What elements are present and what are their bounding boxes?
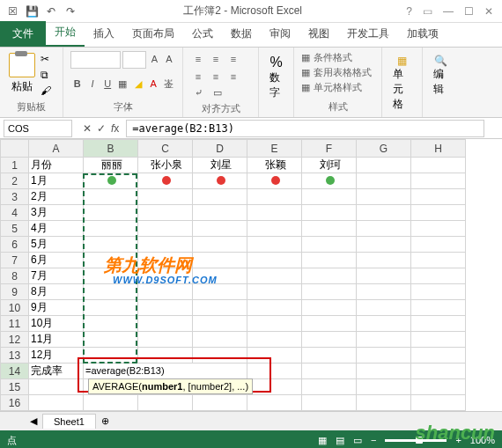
cell[interactable] <box>411 348 466 364</box>
cell[interactable] <box>138 316 193 332</box>
cell[interactable] <box>247 253 302 268</box>
row-header[interactable]: 4 <box>1 205 29 221</box>
cell[interactable] <box>411 253 466 268</box>
cell[interactable] <box>302 205 357 221</box>
number-format-button[interactable]: % 数字 <box>266 51 286 104</box>
cell[interactable] <box>302 300 357 316</box>
cell[interactable] <box>84 189 138 205</box>
tab-formulas[interactable]: 公式 <box>183 21 222 47</box>
cell[interactable] <box>302 284 357 300</box>
align-middle-icon[interactable]: ≡ <box>208 51 224 67</box>
cell[interactable] <box>357 395 411 411</box>
cell[interactable] <box>357 348 411 364</box>
cell[interactable] <box>193 316 247 332</box>
prev-sheet-icon[interactable]: ◀ <box>30 415 37 427</box>
row-header[interactable]: 15 <box>1 379 29 395</box>
copy-icon[interactable]: ⧉ <box>41 69 51 81</box>
cell[interactable] <box>357 158 411 173</box>
tab-pagelayout[interactable]: 页面布局 <box>123 21 183 47</box>
page-break-icon[interactable]: ▭ <box>353 435 362 446</box>
cell[interactable] <box>138 395 193 411</box>
tab-review[interactable]: 审阅 <box>261 21 299 47</box>
cell[interactable] <box>247 316 302 332</box>
row-header[interactable]: 1 <box>1 158 29 173</box>
col-header[interactable]: C <box>138 140 193 158</box>
cell[interactable] <box>247 395 302 411</box>
cell[interactable] <box>357 268 411 284</box>
cell[interactable] <box>193 173 247 189</box>
underline-icon[interactable]: U <box>101 76 114 92</box>
cell[interactable]: 1月 <box>29 173 84 189</box>
maximize-icon[interactable]: ☐ <box>464 5 474 18</box>
cell[interactable] <box>302 221 357 237</box>
row-header[interactable]: 10 <box>1 300 29 316</box>
cell[interactable] <box>411 284 466 300</box>
cell[interactable] <box>138 221 193 237</box>
cell[interactable] <box>302 253 357 268</box>
save-icon[interactable]: 💾 <box>23 3 41 20</box>
cell[interactable] <box>138 284 193 300</box>
cell[interactable] <box>84 253 138 268</box>
cell[interactable] <box>247 332 302 348</box>
page-layout-icon[interactable]: ▤ <box>336 435 344 446</box>
cell[interactable] <box>193 189 247 205</box>
cell[interactable] <box>193 332 247 348</box>
row-header[interactable]: 11 <box>1 316 29 332</box>
tab-home[interactable]: 开始 <box>46 19 85 47</box>
row-header[interactable]: 5 <box>1 221 29 237</box>
cell[interactable] <box>84 316 138 332</box>
cell[interactable] <box>193 253 247 268</box>
phonetic-icon[interactable]: 崟 <box>162 76 175 92</box>
help-icon[interactable]: ? <box>406 5 412 18</box>
cell[interactable] <box>302 348 357 364</box>
cell[interactable]: 2月 <box>29 189 84 205</box>
cell[interactable] <box>302 173 357 189</box>
align-center-icon[interactable]: ≡ <box>208 69 224 84</box>
row-header[interactable]: 7 <box>1 253 29 268</box>
row-header[interactable]: 8 <box>1 268 29 284</box>
cell[interactable] <box>411 300 466 316</box>
cell[interactable] <box>357 253 411 268</box>
format-painter-icon[interactable]: 🖌 <box>41 84 51 97</box>
cell[interactable] <box>357 221 411 237</box>
cell[interactable] <box>84 284 138 300</box>
cell[interactable] <box>84 173 138 189</box>
cell[interactable]: 3月 <box>29 205 84 221</box>
cell[interactable] <box>84 237 138 253</box>
cell[interactable] <box>247 379 302 395</box>
cell[interactable]: 张小泉 <box>138 158 193 173</box>
row-header[interactable]: 16 <box>1 395 29 411</box>
align-bottom-icon[interactable]: ≡ <box>225 51 241 67</box>
select-all-corner[interactable] <box>1 140 29 158</box>
increase-font-icon[interactable]: A <box>148 51 160 67</box>
file-tab[interactable]: 文件 <box>0 21 46 47</box>
cell[interactable] <box>193 221 247 237</box>
cell[interactable] <box>357 173 411 189</box>
cell[interactable]: 8月 <box>29 284 84 300</box>
minimize-icon[interactable]: — <box>443 5 454 18</box>
cell[interactable] <box>411 332 466 348</box>
ribbon-options-icon[interactable]: ▭ <box>423 5 432 18</box>
cell[interactable] <box>247 348 302 364</box>
cell[interactable] <box>411 237 466 253</box>
cell[interactable] <box>302 395 357 411</box>
row-header[interactable]: 3 <box>1 189 29 205</box>
cell[interactable]: 10月 <box>29 316 84 332</box>
cell[interactable] <box>247 268 302 284</box>
bold-icon[interactable]: B <box>70 76 84 92</box>
zoom-out-icon[interactable]: − <box>371 435 376 445</box>
align-right-icon[interactable]: ≡ <box>225 69 241 84</box>
cell[interactable] <box>138 268 193 284</box>
cells-button[interactable]: ▦ 单元格 <box>389 51 415 115</box>
cell[interactable] <box>357 300 411 316</box>
row-header[interactable]: 12 <box>1 332 29 348</box>
cut-icon[interactable]: ✂ <box>41 53 51 65</box>
redo-icon[interactable]: ↷ <box>62 3 79 20</box>
align-left-icon[interactable]: ≡ <box>190 69 206 84</box>
cell[interactable] <box>357 189 411 205</box>
cell[interactable] <box>302 316 357 332</box>
wrap-text-icon[interactable]: ⤶ <box>190 84 206 100</box>
formula-bar[interactable]: =average(B2:B13) <box>126 120 484 137</box>
paste-button[interactable]: 粘贴 <box>7 51 37 99</box>
cell[interactable] <box>247 205 302 221</box>
